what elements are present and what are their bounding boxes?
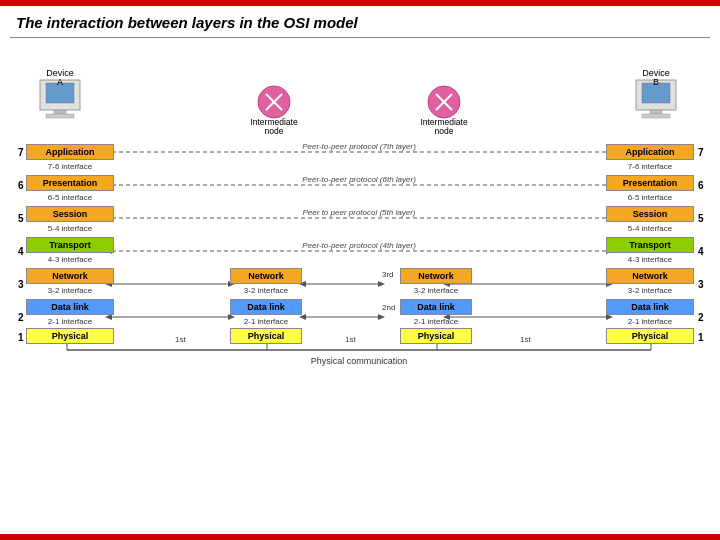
left-layer-2: Data link [26, 299, 114, 315]
svg-rect-3 [46, 114, 74, 118]
svg-text:2nd: 2nd [382, 303, 395, 312]
svg-text:Physical communication: Physical communication [311, 356, 408, 366]
svg-text:Peer-to-peer protocol (6th lay: Peer-to-peer protocol (6th layer) [302, 175, 416, 184]
right-iface-65: 6-5 interface [606, 193, 694, 202]
diagram-wrapper: Device A Device B Intermediate node Inte… [10, 42, 710, 462]
svg-text:1: 1 [698, 332, 704, 343]
svg-line-19 [436, 94, 452, 110]
svg-text:B: B [653, 77, 659, 87]
svg-line-18 [436, 94, 452, 110]
right-iface-54: 5-4 interface [606, 224, 694, 233]
svg-text:A: A [57, 77, 63, 87]
svg-text:6: 6 [18, 180, 24, 191]
mid1-layer-3: Network [230, 268, 302, 284]
left-iface-65: 6-5 interface [26, 193, 114, 202]
svg-text:5: 5 [698, 213, 704, 224]
svg-point-12 [258, 86, 290, 118]
svg-rect-0 [40, 80, 80, 110]
left-layer-4: Transport [26, 237, 114, 253]
svg-rect-2 [54, 110, 66, 114]
mid1-layer-2: Data link [230, 299, 302, 315]
svg-text:6: 6 [698, 180, 704, 191]
svg-text:Peer to peer protocol (5th lay: Peer to peer protocol (5th layer) [303, 208, 416, 217]
mid2-iface-21: 2-1 interface [400, 317, 472, 326]
mid1-iface-21: 2-1 interface [230, 317, 302, 326]
svg-line-13 [266, 94, 282, 110]
right-iface-21: 2-1 interface [606, 317, 694, 326]
right-layer-3: Network [606, 268, 694, 284]
left-layer-7: Application [26, 144, 114, 160]
svg-text:7: 7 [18, 147, 24, 158]
right-layer-2: Data link [606, 299, 694, 315]
svg-text:1st: 1st [345, 335, 356, 344]
title-divider [10, 37, 710, 38]
main-content: Device A Device B Intermediate node Inte… [0, 42, 720, 462]
svg-text:1st: 1st [520, 335, 531, 344]
svg-text:3rd: 3rd [382, 270, 394, 279]
left-iface-54: 5-4 interface [26, 224, 114, 233]
svg-text:node: node [265, 126, 284, 136]
mid1-layer-1: Physical [230, 328, 302, 344]
svg-text:2: 2 [698, 312, 704, 323]
svg-text:Device: Device [642, 68, 670, 78]
svg-text:Peer-to-peer protocol (7th lay: Peer-to-peer protocol (7th layer) [302, 142, 416, 151]
bottom-border [0, 534, 720, 540]
right-layer-6: Presentation [606, 175, 694, 191]
right-layer-5: Session [606, 206, 694, 222]
svg-rect-6 [636, 80, 676, 110]
right-layer-1: Physical [606, 328, 694, 344]
right-layer-4: Transport [606, 237, 694, 253]
svg-rect-1 [46, 83, 74, 103]
svg-text:5: 5 [18, 213, 24, 224]
svg-rect-7 [642, 83, 670, 103]
left-iface-43: 4-3 interface [26, 255, 114, 264]
svg-marker-54 [378, 314, 385, 320]
svg-text:1: 1 [18, 332, 24, 343]
svg-rect-9 [642, 114, 670, 118]
svg-text:Peer-to-peer protocol (4th lay: Peer-to-peer protocol (4th layer) [302, 241, 416, 250]
svg-text:7: 7 [698, 147, 704, 158]
left-iface-21: 2-1 interface [26, 317, 114, 326]
page-title: The interaction between layers in the OS… [0, 6, 720, 35]
left-layer-5: Session [26, 206, 114, 222]
mid2-layer-2: Data link [400, 299, 472, 315]
left-iface-32: 3-2 interface [26, 286, 114, 295]
left-layer-3: Network [26, 268, 114, 284]
svg-text:Intermediate: Intermediate [250, 117, 298, 127]
svg-point-17 [428, 86, 460, 118]
right-iface-43: 4-3 interface [606, 255, 694, 264]
left-layer-1: Physical [26, 328, 114, 344]
svg-text:node: node [435, 126, 454, 136]
diagram-svg: Device A Device B Intermediate node Inte… [10, 42, 710, 462]
right-layer-7: Application [606, 144, 694, 160]
mid2-layer-1: Physical [400, 328, 472, 344]
svg-line-14 [266, 94, 282, 110]
svg-text:4: 4 [698, 246, 704, 257]
right-iface-32: 3-2 interface [606, 286, 694, 295]
left-iface-76: 7-6 interface [26, 162, 114, 171]
svg-rect-8 [650, 110, 662, 114]
svg-text:3: 3 [18, 279, 24, 290]
mid2-layer-3: Network [400, 268, 472, 284]
svg-text:Device: Device [46, 68, 74, 78]
svg-text:3: 3 [698, 279, 704, 290]
left-layer-6: Presentation [26, 175, 114, 191]
svg-text:4: 4 [18, 246, 24, 257]
svg-text:1st: 1st [175, 335, 186, 344]
mid1-iface-32: 3-2 interface [230, 286, 302, 295]
svg-text:Intermediate: Intermediate [420, 117, 468, 127]
right-iface-76: 7-6 interface [606, 162, 694, 171]
svg-marker-42 [378, 281, 385, 287]
svg-text:2: 2 [18, 312, 24, 323]
mid2-iface-32: 3-2 interface [400, 286, 472, 295]
